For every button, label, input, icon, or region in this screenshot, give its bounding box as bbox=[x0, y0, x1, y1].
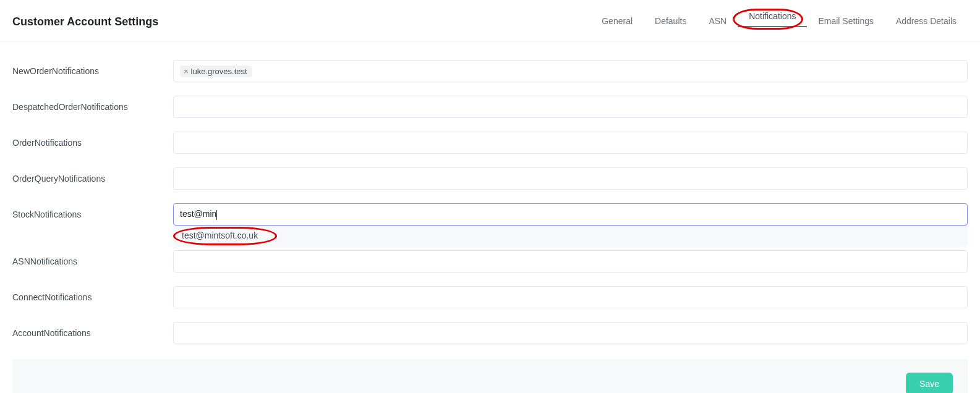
input-stock-value: test@min bbox=[180, 209, 217, 219]
row-stock-notifications: StockNotifications test@min test@mintsof… bbox=[12, 203, 968, 226]
tab-defaults[interactable]: Defaults bbox=[644, 11, 697, 32]
suggestion-text: test@mintsoft.co.uk bbox=[182, 230, 258, 240]
tab-general[interactable]: General bbox=[590, 11, 644, 32]
label-new-order-notifications: NewOrderNotifications bbox=[12, 66, 173, 76]
input-account-notifications[interactable] bbox=[173, 322, 968, 344]
save-button[interactable]: Save bbox=[906, 373, 953, 393]
label-despatched-order-notifications: DespatchedOrderNotifications bbox=[12, 102, 173, 112]
input-order-notifications[interactable] bbox=[173, 132, 968, 154]
tab-bar: General Defaults ASN Notifications Email… bbox=[590, 11, 968, 32]
input-despatched-order-notifications[interactable] bbox=[173, 96, 968, 118]
tab-address-details[interactable]: Address Details bbox=[885, 11, 968, 32]
row-account-notifications: AccountNotifications bbox=[12, 322, 968, 344]
tab-notifications[interactable]: Notifications bbox=[738, 6, 807, 27]
label-asn-notifications: ASNNotifications bbox=[12, 256, 173, 266]
chip-luke-groves-test[interactable]: × luke.groves.test bbox=[180, 66, 252, 77]
footer-bar: Save bbox=[12, 359, 968, 393]
label-connect-notifications: ConnectNotifications bbox=[12, 292, 173, 302]
input-new-order-notifications[interactable]: × luke.groves.test bbox=[173, 60, 968, 82]
label-order-query-notifications: OrderQueryNotifications bbox=[12, 174, 173, 184]
row-new-order-notifications: NewOrderNotifications × luke.groves.test bbox=[12, 60, 968, 82]
label-stock-notifications: StockNotifications bbox=[12, 209, 173, 219]
input-asn-notifications[interactable] bbox=[173, 250, 968, 273]
chip-label: luke.groves.test bbox=[191, 67, 247, 76]
page-header: Customer Account Settings General Defaul… bbox=[0, 0, 980, 41]
input-stock-notifications[interactable]: test@min bbox=[173, 203, 968, 226]
row-connect-notifications: ConnectNotifications bbox=[12, 286, 968, 308]
page-title: Customer Account Settings bbox=[12, 15, 158, 28]
tab-asn[interactable]: ASN bbox=[697, 11, 738, 32]
tab-email-settings[interactable]: Email Settings bbox=[807, 11, 884, 32]
row-despatched-order-notifications: DespatchedOrderNotifications bbox=[12, 96, 968, 118]
row-asn-notifications: ASNNotifications bbox=[12, 250, 968, 273]
chip-remove-icon[interactable]: × bbox=[184, 67, 189, 76]
input-order-query-notifications[interactable] bbox=[173, 167, 968, 190]
input-connect-notifications[interactable] bbox=[173, 286, 968, 308]
row-order-query-notifications: OrderQueryNotifications bbox=[12, 167, 968, 190]
label-order-notifications: OrderNotifications bbox=[12, 138, 173, 148]
form-area: NewOrderNotifications × luke.groves.test… bbox=[0, 41, 980, 344]
row-order-notifications: OrderNotifications bbox=[12, 132, 968, 154]
autocomplete-suggestion[interactable]: test@mintsoft.co.uk bbox=[173, 226, 968, 245]
label-account-notifications: AccountNotifications bbox=[12, 328, 173, 338]
